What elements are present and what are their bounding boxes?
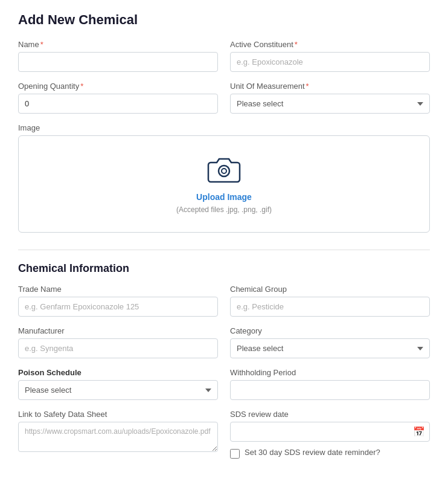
group-category: Category Please select Fungicide Herbici…: [230, 326, 430, 358]
row-quantity-unit: Opening Quantity* Unit Of Measurement* P…: [18, 82, 430, 114]
manufacturer-label: Manufacturer: [18, 326, 218, 335]
category-label: Category: [230, 326, 430, 335]
sds-review-date-label: SDS review date: [230, 410, 430, 419]
group-sds-link: Link to Safety Data Sheet: [18, 410, 218, 460]
group-chemical-group: Chemical Group: [230, 285, 430, 317]
name-label: Name*: [18, 40, 218, 49]
reminder-checkbox[interactable]: [230, 449, 240, 459]
group-sds-review-date: SDS review date 📅 Set 30 day SDS review …: [230, 410, 430, 460]
group-withholding-period: Withholding Period: [230, 368, 430, 400]
name-input[interactable]: [18, 52, 218, 72]
group-name: Name*: [18, 40, 218, 72]
image-upload-area[interactable]: Upload Image (Accepted files .jpg, .png,…: [18, 135, 430, 233]
date-input-wrapper: 📅: [230, 422, 430, 442]
camera-icon: [207, 154, 241, 183]
unit-of-measurement-select[interactable]: Please select Litres Kilograms Grams Mil…: [230, 94, 430, 114]
trade-name-label: Trade Name: [18, 285, 218, 294]
poison-schedule-select[interactable]: Please select S5 S6 S7: [18, 380, 218, 400]
sds-link-label: Link to Safety Data Sheet: [18, 410, 218, 419]
row-sds-link-date: Link to Safety Data Sheet SDS review dat…: [18, 410, 430, 460]
opening-quantity-input[interactable]: [18, 94, 218, 114]
chemical-group-input[interactable]: [230, 297, 430, 317]
category-select[interactable]: Please select Fungicide Herbicide Insect…: [230, 338, 430, 358]
withholding-period-label: Withholding Period: [230, 368, 430, 377]
chemical-group-label: Chemical Group: [230, 285, 430, 294]
group-trade-name: Trade Name: [18, 285, 218, 317]
sds-link-input[interactable]: [18, 422, 218, 452]
active-constituent-input[interactable]: [230, 52, 430, 72]
active-constituent-label: Active Constituent*: [230, 40, 430, 49]
svg-point-1: [222, 169, 226, 173]
group-opening-quantity: Opening Quantity*: [18, 82, 218, 114]
upload-image-text: Upload Image: [31, 192, 417, 202]
reminder-label[interactable]: Set 30 day SDS review date reminder?: [245, 448, 380, 457]
unit-of-measurement-label: Unit Of Measurement*: [230, 82, 430, 91]
group-poison-schedule: Poison Schedule Please select S5 S6 S7: [18, 368, 218, 400]
group-active-constituent: Active Constituent*: [230, 40, 430, 72]
reminder-checkbox-row: Set 30 day SDS review date reminder?: [230, 448, 430, 460]
group-image: Image Upload Image (Accepted files .jpg,…: [18, 123, 430, 235]
page-container: Add New Chemical Name* Active Constituen…: [0, 0, 448, 484]
group-unit-of-measurement: Unit Of Measurement* Please select Litre…: [230, 82, 430, 114]
chemical-information-title: Chemical Information: [18, 262, 430, 275]
section-divider: [18, 250, 430, 250]
trade-name-input[interactable]: [18, 297, 218, 317]
row-poison-withholding: Poison Schedule Please select S5 S6 S7 W…: [18, 368, 430, 400]
svg-point-0: [219, 166, 229, 176]
sds-review-date-input[interactable]: [230, 422, 430, 442]
row-trade-chemical: Trade Name Chemical Group: [18, 285, 430, 317]
group-manufacturer: Manufacturer: [18, 326, 218, 358]
accepted-files-text: (Accepted files .jpg, .png, .gif): [176, 205, 272, 214]
opening-quantity-label: Opening Quantity*: [18, 82, 218, 91]
row-manufacturer-category: Manufacturer Category Please select Fung…: [18, 326, 430, 358]
withholding-period-input[interactable]: [230, 380, 430, 400]
row-name-active: Name* Active Constituent*: [18, 40, 430, 72]
page-title: Add New Chemical: [18, 12, 430, 28]
manufacturer-input[interactable]: [18, 338, 218, 358]
image-label: Image: [18, 123, 430, 132]
poison-schedule-label: Poison Schedule: [18, 368, 218, 377]
